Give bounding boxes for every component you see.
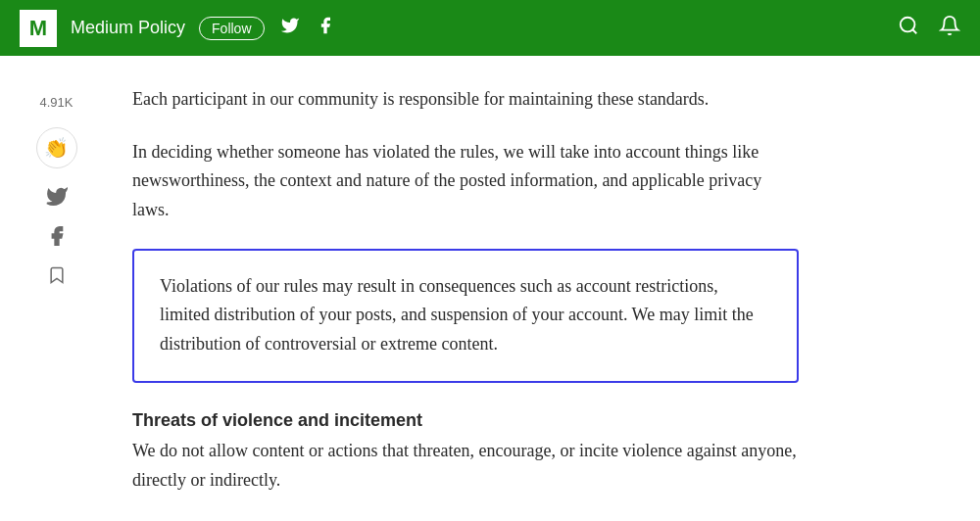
bookmark-icon[interactable] — [47, 264, 67, 286]
threats-title: Threats of violence and incitement — [132, 410, 799, 431]
clap-count: 4.91K — [40, 95, 74, 110]
header-right-controls — [898, 15, 960, 41]
facebook-header-icon[interactable] — [316, 16, 335, 40]
publication-title: Medium Policy — [71, 18, 185, 38]
paragraph-deciding: In deciding whether someone has violated… — [132, 138, 799, 225]
twitter-share-icon[interactable] — [46, 186, 68, 208]
social-icons — [280, 16, 335, 40]
search-icon[interactable] — [898, 15, 919, 41]
medium-logo[interactable]: M — [20, 10, 57, 47]
clap-button[interactable]: 👏 — [36, 127, 77, 168]
article-content: Each participant in our community is res… — [113, 56, 838, 521]
highlighted-violations-box: Violations of our rules may result in co… — [132, 249, 799, 383]
svg-point-0 — [901, 18, 915, 32]
sidebar: 4.91K 👏 — [0, 56, 113, 521]
threats-section: Threats of violence and incitement We do… — [132, 410, 799, 495]
threats-text: We do not allow content or actions that … — [132, 437, 799, 495]
page-body: 4.91K 👏 Each participant in our communit… — [0, 56, 980, 521]
notifications-icon[interactable] — [939, 15, 960, 41]
facebook-share-icon[interactable] — [46, 225, 68, 247]
follow-button[interactable]: Follow — [199, 17, 264, 40]
twitter-header-icon[interactable] — [280, 16, 300, 40]
header: M Medium Policy Follow — [0, 0, 980, 56]
clap-icon: 👏 — [44, 136, 69, 160]
paragraph-standards: Each participant in our community is res… — [132, 85, 799, 115]
violations-text: Violations of our rules may result in co… — [160, 272, 771, 359]
